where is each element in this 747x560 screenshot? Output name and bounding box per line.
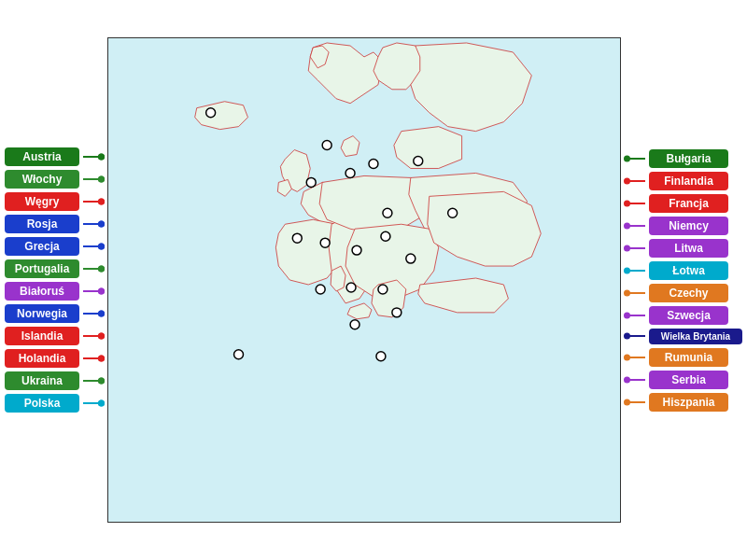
- svg-point-20: [206, 108, 216, 118]
- connector-dot: [624, 177, 630, 184]
- connector-line: [625, 225, 645, 227]
- svg-point-30: [352, 245, 361, 255]
- label-box[interactable]: Islandia: [5, 327, 79, 345]
- svg-point-29: [320, 238, 330, 247]
- connector-dot: [98, 311, 105, 317]
- connector-line: [83, 335, 104, 337]
- right-label-item[interactable]: Bułgaria: [625, 149, 728, 168]
- connector-line: [83, 380, 104, 382]
- right-label-item[interactable]: Czechy: [625, 284, 728, 302]
- left-label-item[interactable]: Rosja: [5, 215, 104, 233]
- connector-dot: [624, 333, 630, 340]
- label-box[interactable]: Finlandia: [649, 172, 728, 190]
- connector-dot: [98, 400, 105, 407]
- connector-line: [83, 268, 104, 270]
- label-box[interactable]: Włochy: [5, 170, 79, 189]
- connector-line: [625, 401, 645, 403]
- left-label-item[interactable]: Grecja: [5, 237, 104, 256]
- left-label-item[interactable]: Islandia: [5, 327, 104, 345]
- svg-marker-13: [428, 191, 542, 266]
- connector-dot: [624, 222, 630, 229]
- connector-line: [625, 335, 645, 337]
- left-label-item[interactable]: Norwegia: [5, 304, 104, 323]
- label-box[interactable]: Szwecja: [649, 306, 728, 325]
- connector-line: [83, 156, 104, 158]
- svg-point-25: [414, 157, 423, 166]
- label-box[interactable]: Ukraina: [5, 371, 79, 390]
- left-label-item[interactable]: Portugalia: [5, 259, 104, 278]
- left-label-item[interactable]: Włochy: [5, 170, 104, 189]
- label-box[interactable]: Rumunia: [649, 348, 728, 367]
- right-label-item[interactable]: Hiszpania: [625, 393, 728, 412]
- connector-line: [83, 245, 104, 247]
- svg-point-23: [306, 177, 316, 187]
- label-box[interactable]: Litwa: [649, 239, 728, 258]
- svg-point-32: [406, 254, 416, 263]
- right-label-item[interactable]: Litwa: [625, 239, 728, 258]
- connector-line: [625, 247, 645, 249]
- connector-line: [83, 290, 104, 292]
- connector-line: [83, 402, 104, 404]
- svg-marker-3: [195, 102, 248, 130]
- label-box[interactable]: Rosja: [5, 215, 79, 233]
- connector-dot: [98, 199, 105, 205]
- svg-marker-15: [418, 278, 509, 313]
- label-box[interactable]: Holandia: [5, 349, 79, 368]
- right-label-item[interactable]: Serbia: [625, 371, 728, 389]
- svg-point-26: [383, 208, 392, 217]
- connector-line: [83, 313, 104, 315]
- right-label-item[interactable]: Wielka Brytania: [625, 329, 742, 344]
- connector-dot: [98, 333, 105, 340]
- left-label-item[interactable]: Holandia: [5, 349, 104, 368]
- svg-point-36: [350, 320, 359, 329]
- connector-line: [625, 379, 645, 381]
- right-label-item[interactable]: Rumunia: [625, 348, 728, 367]
- svg-point-24: [345, 168, 355, 177]
- left-label-item[interactable]: Białoruś: [5, 282, 104, 301]
- label-box[interactable]: Wielka Brytania: [649, 329, 742, 344]
- label-box[interactable]: Hiszpania: [649, 393, 728, 412]
- svg-point-28: [292, 233, 302, 243]
- svg-point-35: [378, 285, 388, 294]
- right-label-item[interactable]: Łotwa: [625, 261, 728, 280]
- svg-point-22: [369, 160, 378, 169]
- right-label-item[interactable]: Szwecja: [625, 306, 728, 325]
- label-box[interactable]: Serbia: [649, 371, 728, 389]
- label-box[interactable]: Węgry: [5, 192, 79, 211]
- connector-dot: [98, 378, 105, 385]
- left-label-item[interactable]: Austria: [5, 147, 104, 166]
- left-label-list: AustriaWłochyWęgryRosjaGrecjaPortugaliaB…: [5, 147, 104, 413]
- connector-dot: [98, 244, 105, 250]
- connector-dot: [624, 354, 630, 360]
- connector-line: [625, 292, 645, 294]
- connector-dot: [624, 245, 630, 251]
- left-label-item[interactable]: Węgry: [5, 192, 104, 211]
- label-box[interactable]: Austria: [5, 147, 79, 166]
- label-box[interactable]: Portugalia: [5, 259, 79, 278]
- svg-marker-17: [347, 303, 372, 319]
- connector-dot: [98, 356, 105, 362]
- label-box[interactable]: Białoruś: [5, 282, 79, 301]
- right-label-list: BułgariaFinlandiaFrancjaNiemcyLitwaŁotwa…: [625, 149, 742, 412]
- connector-line: [83, 357, 104, 359]
- connector-line: [625, 158, 645, 160]
- label-box[interactable]: Norwegia: [5, 304, 79, 323]
- right-label-item[interactable]: Francja: [625, 194, 728, 213]
- connector-line: [83, 223, 104, 225]
- left-label-item[interactable]: Ukraina: [5, 371, 104, 390]
- label-box[interactable]: Francja: [649, 194, 728, 213]
- label-box[interactable]: Niemcy: [649, 217, 728, 235]
- label-box[interactable]: Czechy: [649, 284, 728, 302]
- svg-marker-12: [394, 127, 462, 169]
- right-label-item[interactable]: Finlandia: [625, 172, 728, 190]
- label-box[interactable]: Polska: [5, 394, 79, 413]
- right-label-item[interactable]: Niemcy: [625, 217, 728, 235]
- connector-dot: [98, 266, 105, 273]
- label-box[interactable]: Grecja: [5, 237, 79, 256]
- label-box[interactable]: Łotwa: [649, 261, 728, 280]
- left-label-item[interactable]: Polska: [5, 394, 104, 413]
- label-box[interactable]: Bułgaria: [649, 149, 728, 168]
- svg-point-39: [376, 352, 386, 361]
- svg-point-33: [316, 285, 325, 294]
- connector-dot: [98, 221, 105, 228]
